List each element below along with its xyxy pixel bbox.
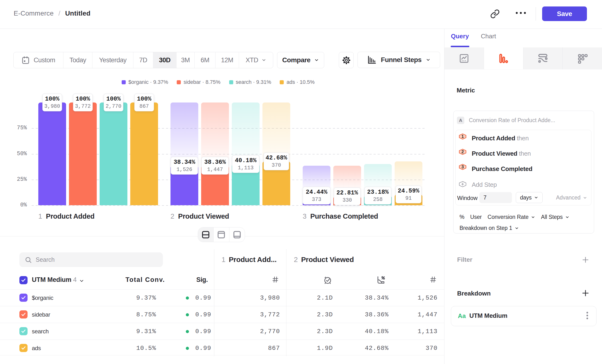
svg-text:3: 3 bbox=[462, 164, 464, 169]
svg-text:1: 1 bbox=[462, 134, 464, 139]
svg-text:2: 2 bbox=[462, 150, 464, 154]
